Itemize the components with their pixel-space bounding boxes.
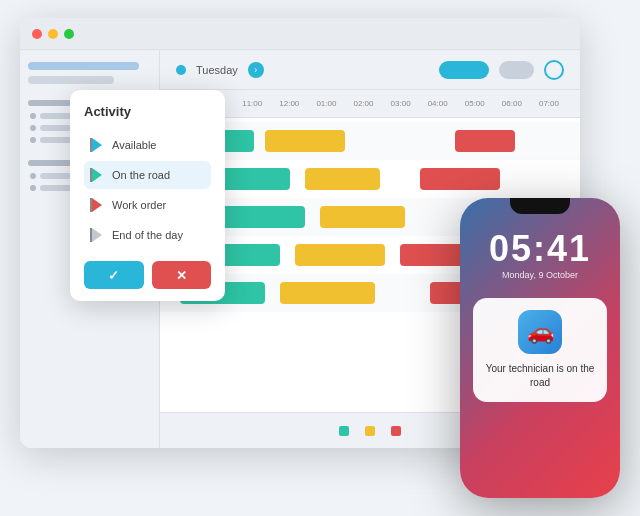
sidebar-dot-5 bbox=[30, 185, 36, 191]
modal-item-workorder[interactable]: Work order bbox=[84, 191, 211, 219]
time-label-4: 01:00 bbox=[316, 99, 353, 108]
modal-label-available: Available bbox=[112, 139, 156, 151]
modal-label-onroad: On the road bbox=[112, 169, 170, 181]
nav-filter[interactable] bbox=[499, 61, 534, 79]
phone-notification: 🚗 Your technician is on the road bbox=[473, 298, 607, 402]
sidebar-dot-1 bbox=[30, 113, 36, 119]
legend-dot-onroad bbox=[365, 426, 375, 436]
phone-notch bbox=[510, 198, 570, 214]
cancel-button[interactable]: ✕ bbox=[152, 261, 212, 289]
legend-onroad bbox=[365, 426, 375, 436]
gantt-bar-4-2[interactable] bbox=[295, 244, 385, 266]
modal-item-onroad[interactable]: On the road bbox=[84, 161, 211, 189]
nav-day-label: Tuesday bbox=[196, 64, 238, 76]
modal-item-endofday[interactable]: End of the day bbox=[84, 221, 211, 249]
notification-text: Your technician is on the road bbox=[485, 362, 595, 390]
minimize-button[interactable] bbox=[48, 29, 58, 39]
time-label-6: 03:00 bbox=[391, 99, 428, 108]
gantt-bar-1-2[interactable] bbox=[265, 130, 345, 152]
time-label-10: 07:00 bbox=[539, 99, 576, 108]
gantt-bar-5-2[interactable] bbox=[280, 282, 375, 304]
modal-label-endofday: End of the day bbox=[112, 229, 183, 241]
legend-available bbox=[339, 426, 349, 436]
scene: Tuesday › 09:00 10:00 11:00 12:00 01:00 bbox=[20, 18, 620, 498]
time-label-5: 02:00 bbox=[353, 99, 390, 108]
window-titlebar bbox=[20, 18, 580, 50]
modal-label-workorder: Work order bbox=[112, 199, 166, 211]
time-labels: 09:00 10:00 11:00 12:00 01:00 02:00 03:0… bbox=[164, 99, 576, 108]
nav-view-toggle[interactable] bbox=[439, 61, 489, 79]
modal-title: Activity bbox=[84, 104, 211, 119]
globe-icon[interactable] bbox=[544, 60, 564, 80]
phone-screen: 05:41 Monday, 9 October 🚗 Your technicia… bbox=[460, 214, 620, 412]
flag-workorder bbox=[90, 198, 104, 212]
top-nav: Tuesday › bbox=[160, 50, 580, 90]
notification-icon: 🚗 bbox=[518, 310, 562, 354]
legend-workorder bbox=[391, 426, 401, 436]
phone: 05:41 Monday, 9 October 🚗 Your technicia… bbox=[460, 198, 620, 498]
time-label-3: 12:00 bbox=[279, 99, 316, 108]
legend-dot-available bbox=[339, 426, 349, 436]
sidebar-nav-bar2 bbox=[28, 76, 114, 84]
confirm-button[interactable]: ✓ bbox=[84, 261, 144, 289]
flag-available bbox=[90, 138, 104, 152]
close-button[interactable] bbox=[32, 29, 42, 39]
sidebar-dot-3 bbox=[30, 137, 36, 143]
activity-modal: Activity Available On the road Work orde… bbox=[70, 90, 225, 301]
gantt-bar-3-2[interactable] bbox=[320, 206, 405, 228]
phone-time: 05:41 bbox=[489, 228, 591, 270]
sidebar-nav-bar1 bbox=[28, 62, 139, 70]
flag-shape-available bbox=[92, 138, 102, 152]
nav-next-arrow[interactable]: › bbox=[248, 62, 264, 78]
flag-shape-endofday bbox=[92, 228, 102, 242]
modal-item-available[interactable]: Available bbox=[84, 131, 211, 159]
time-label-7: 04:00 bbox=[428, 99, 465, 108]
phone-date: Monday, 9 October bbox=[502, 270, 578, 280]
time-label-2: 11:00 bbox=[242, 99, 279, 108]
flag-shape-workorder bbox=[92, 198, 102, 212]
gantt-bar-2-2[interactable] bbox=[305, 168, 380, 190]
sidebar-dot-4 bbox=[30, 173, 36, 179]
sidebar-dot-2 bbox=[30, 125, 36, 131]
gantt-bar-2-3[interactable] bbox=[420, 168, 500, 190]
legend-dot-workorder bbox=[391, 426, 401, 436]
time-label-8: 05:00 bbox=[465, 99, 502, 108]
time-label-9: 06:00 bbox=[502, 99, 539, 108]
nav-prev-dot[interactable] bbox=[176, 65, 186, 75]
flag-onroad bbox=[90, 168, 104, 182]
maximize-button[interactable] bbox=[64, 29, 74, 39]
flag-shape-onroad bbox=[92, 168, 102, 182]
flag-endofday bbox=[90, 228, 104, 242]
modal-actions: ✓ ✕ bbox=[84, 261, 211, 289]
gantt-bar-1-3[interactable] bbox=[455, 130, 515, 152]
